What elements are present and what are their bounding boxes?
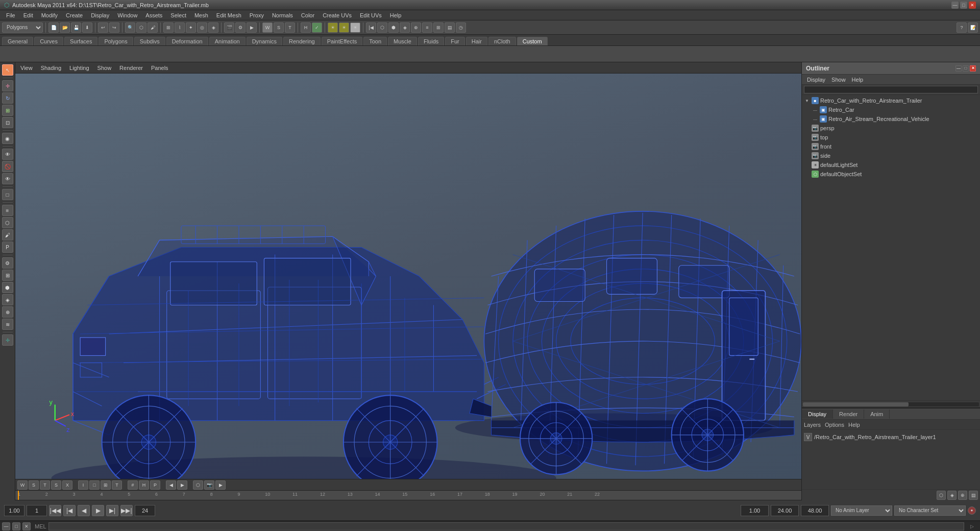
- tool7-btn[interactable]: ⊞: [433, 22, 444, 33]
- outliner-item-top[interactable]: 📷 top: [802, 133, 980, 142]
- tool5-btn[interactable]: ⊕: [411, 22, 421, 33]
- outliner-item-trailer[interactable]: — ▣ Retro_Air_Stream_Recreational_Vehicl…: [802, 114, 980, 124]
- timeline-tick-20[interactable]: 20: [540, 491, 545, 500]
- menu-file[interactable]: File: [2, 11, 19, 19]
- menu-display[interactable]: Display: [87, 11, 113, 19]
- layer-visibility-btn[interactable]: V: [804, 433, 812, 441]
- timeline-tick-13[interactable]: 13: [348, 491, 353, 500]
- render-current-btn[interactable]: 🎬: [224, 22, 234, 33]
- layers-icon-4[interactable]: ▤: [969, 491, 978, 500]
- vp-safe-action-btn[interactable]: ⊞: [101, 480, 111, 490]
- paint-sel-btn[interactable]: 🖌: [148, 22, 158, 33]
- lasso-btn[interactable]: ⬡: [136, 22, 146, 33]
- outliner-menu-show[interactable]: Show: [828, 76, 849, 83]
- vp-menu-view[interactable]: View: [17, 64, 36, 72]
- tool6-btn[interactable]: ≡: [422, 22, 432, 33]
- textured-btn[interactable]: T: [285, 22, 295, 33]
- outliner-item-defaultobjectset[interactable]: ⬡ defaultObjectSet: [802, 170, 980, 179]
- layers-menu-help[interactable]: Help: [848, 422, 860, 428]
- outliner-search-input[interactable]: [804, 86, 978, 93]
- shelf-tab-fluids[interactable]: Fluids: [418, 37, 444, 45]
- current-frame-start[interactable]: 1.00: [4, 505, 24, 516]
- timeline-tick-2[interactable]: 2: [45, 491, 48, 500]
- tool1-btn[interactable]: |◀: [366, 22, 376, 33]
- title-btn-max[interactable]: □: [960, 2, 967, 9]
- menu-modify[interactable]: Modify: [37, 11, 62, 19]
- expand-arrow-trailer[interactable]: —: [812, 116, 818, 122]
- step-back-btn[interactable]: |◀: [63, 505, 76, 516]
- light2-btn[interactable]: ☀: [339, 22, 349, 33]
- layers-tab-render[interactable]: Render: [833, 409, 864, 419]
- shelf-tab-dynamics[interactable]: Dynamics: [247, 37, 282, 45]
- show-last-hidden-btn[interactable]: 👁: [2, 149, 13, 160]
- display-settings-btn[interactable]: ⊞: [2, 270, 13, 281]
- timeline-tick-10[interactable]: 10: [265, 491, 270, 500]
- dynamics-btn[interactable]: ≋: [2, 319, 13, 330]
- universal-manip-btn[interactable]: ⊡: [2, 117, 13, 128]
- shelf-tab-deformation[interactable]: Deformation: [166, 37, 208, 45]
- timeline-tick-7[interactable]: 7: [183, 491, 185, 500]
- mel-close-btn[interactable]: ✕: [22, 522, 31, 530]
- ipr-btn[interactable]: ▶: [247, 22, 257, 33]
- shelf-tab-subdivs[interactable]: Subdivs: [134, 37, 165, 45]
- vp-menu-shading[interactable]: Shading: [38, 64, 64, 72]
- shelf-tab-animation[interactable]: Animation: [209, 37, 246, 45]
- timeline-tick-14[interactable]: 14: [375, 491, 380, 500]
- outliner-item-defaultlightset[interactable]: ☀ defaultLightSet: [802, 160, 980, 170]
- layers-icon-3[interactable]: ⊕: [958, 491, 967, 500]
- skip-to-start-btn[interactable]: |◀◀: [49, 505, 61, 516]
- render-region-btn[interactable]: □: [2, 189, 13, 200]
- timeline-tick-12[interactable]: 12: [320, 491, 325, 500]
- select-by-name-btn[interactable]: 🔍: [125, 22, 135, 33]
- construction-history-btn[interactable]: ✓: [312, 22, 322, 33]
- vp-snapshot-btn[interactable]: 📷: [204, 480, 214, 490]
- redo-btn[interactable]: ↪: [109, 22, 119, 33]
- vp-next-frame-btn[interactable]: ▶: [177, 480, 187, 490]
- shelf-tab-custom[interactable]: Custom: [517, 37, 548, 45]
- vp-shaded-mode-btn[interactable]: S: [29, 480, 39, 490]
- menu-proxy[interactable]: Proxy: [246, 11, 268, 19]
- menu-color[interactable]: Color: [297, 11, 318, 19]
- vp-grid-btn[interactable]: #: [128, 480, 138, 490]
- frame-indicator[interactable]: 1.00: [741, 505, 769, 516]
- scale-tool-btn[interactable]: ⊞: [2, 105, 13, 116]
- timeline-tick-5[interactable]: 5: [128, 491, 130, 500]
- vp-quick-render-btn[interactable]: ▶: [215, 480, 226, 490]
- show-selected-btn[interactable]: 👁: [2, 173, 13, 184]
- show-history-btn[interactable]: H: [301, 22, 311, 33]
- axis-btn[interactable]: ✛: [2, 334, 13, 346]
- new-scene-btn[interactable]: 📄: [48, 22, 59, 33]
- shelf-tab-general[interactable]: General: [2, 37, 33, 45]
- tool-settings-btn[interactable]: ⚙: [2, 257, 13, 269]
- import-btn[interactable]: ⬇: [82, 22, 92, 33]
- vp-wireframe-mode-btn[interactable]: W: [17, 480, 28, 490]
- current-frame-field[interactable]: 1: [27, 505, 47, 516]
- select-tool-btn[interactable]: ↖: [2, 64, 13, 76]
- vp-textured-mode-btn[interactable]: T: [40, 480, 50, 490]
- render-settings-btn[interactable]: ⚙: [235, 22, 246, 33]
- outliner-menu-display[interactable]: Display: [804, 76, 828, 83]
- end-frame-field[interactable]: 24: [135, 505, 155, 516]
- step-forward-btn[interactable]: ▶|: [106, 505, 118, 516]
- vp-heads-up-btn[interactable]: H: [139, 480, 149, 490]
- menu-create-uvs[interactable]: Create UVs: [318, 11, 356, 19]
- soft-sel-btn[interactable]: ◉: [2, 133, 13, 144]
- outliner-content[interactable]: ▼ ■ Retro_Car_with_Retro_Airstream_Trail…: [802, 95, 980, 400]
- viewport-content[interactable]: x y z: [15, 74, 801, 479]
- vp-smooth-mode-btn[interactable]: S: [51, 480, 61, 490]
- tool9-btn[interactable]: ◷: [456, 22, 466, 33]
- expand-arrow-car[interactable]: —: [812, 107, 818, 113]
- outliner-close-btn[interactable]: ✕: [970, 65, 976, 71]
- open-scene-btn[interactable]: 📂: [60, 22, 70, 33]
- menu-assets[interactable]: Assets: [141, 11, 166, 19]
- vp-safe-title-btn[interactable]: T: [112, 480, 122, 490]
- menu-edit[interactable]: Edit: [19, 11, 37, 19]
- playhead[interactable]: [18, 491, 19, 500]
- menu-edit-mesh[interactable]: Edit Mesh: [212, 11, 246, 19]
- layers-tab-anim[interactable]: Anim: [864, 409, 890, 419]
- vp-menu-lighting[interactable]: Lighting: [66, 64, 92, 72]
- shelf-tab-toon[interactable]: Toon: [363, 37, 387, 45]
- vp-prev-frame-btn[interactable]: ◀: [166, 480, 176, 490]
- shelf-tab-surfaces[interactable]: Surfaces: [64, 37, 97, 45]
- mel-minimize-btn[interactable]: —: [2, 522, 10, 530]
